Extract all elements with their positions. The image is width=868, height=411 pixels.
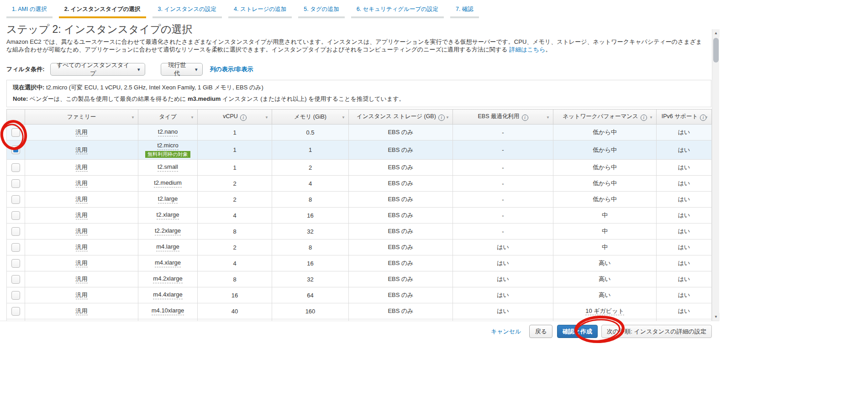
family-link[interactable]: 汎用 — [76, 244, 88, 251]
family-link[interactable]: 汎用 — [76, 196, 88, 203]
wizard-step-tab[interactable]: 3. インスタンスの設定 — [153, 3, 222, 18]
row-checkbox[interactable] — [11, 275, 20, 284]
review-and-launch-button[interactable]: 確認と作成 — [557, 325, 598, 338]
row-checkbox[interactable] — [11, 291, 20, 300]
family-link[interactable]: 汎用 — [76, 180, 88, 187]
type-link[interactable]: m4.10xlarge — [152, 307, 184, 315]
row-checkbox[interactable] — [11, 179, 20, 188]
wizard-step-tab[interactable]: 2. インスタンスタイプの選択 — [59, 3, 146, 18]
network-performance-link[interactable]: 10 ギガビット — [585, 307, 624, 315]
type-wrap: t2.large — [139, 195, 197, 203]
row-checkbox[interactable] — [11, 259, 20, 268]
family-column-header[interactable]: ファミリー▼ — [25, 109, 138, 125]
ipv6-support-column-header[interactable]: IPv6 サポートi▼ — [657, 109, 712, 125]
instance-type-row[interactable]: 汎用t2.nano10.5EBS のみ-低から中はい — [7, 125, 712, 140]
ebs-optimized-column-header[interactable]: EBS 最適化利用i▼ — [453, 109, 553, 125]
vcpu-column-header[interactable]: vCPUi▼ — [198, 109, 272, 125]
ebs-optimized-cell: - — [453, 208, 553, 224]
row-checkbox[interactable] — [11, 211, 20, 220]
family-cell: 汎用 — [25, 239, 138, 255]
current-selection-line: 現在選択中: t2.micro (可変 ECU, 1 vCPU, 2.5 GHz… — [13, 83, 705, 92]
instance-type-row[interactable]: 汎用m4.large28EBS のみはい中はい — [7, 239, 712, 255]
family-link[interactable]: 汎用 — [76, 260, 88, 267]
family-link[interactable]: 汎用 — [76, 146, 88, 154]
type-link[interactable]: m4.xlarge — [155, 259, 181, 267]
sort-caret-icon: ▼ — [546, 115, 550, 120]
type-link[interactable]: t2.micro — [157, 142, 178, 150]
checkbox-cell — [7, 271, 25, 287]
type-link[interactable]: t2.large — [158, 195, 178, 203]
family-link[interactable]: 汎用 — [76, 276, 88, 283]
info-icon[interactable]: i — [240, 114, 247, 121]
chevron-down-icon: ▾ — [195, 67, 198, 73]
instance-type-row[interactable]: 汎用m4.10xlarge40160EBS のみはい10 ギガビットはい — [7, 303, 712, 319]
info-icon[interactable]: i — [522, 114, 528, 121]
type-link[interactable]: m4.large — [156, 243, 179, 251]
memory-cell: 16 — [272, 255, 349, 271]
family-link[interactable]: 汎用 — [76, 291, 88, 299]
instance-type-row[interactable]: 汎用t2.small12EBS のみ-低から中はい — [7, 160, 712, 176]
type-column-header[interactable]: タイプ▼ — [138, 109, 198, 125]
type-wrap: m4.4xlarge — [139, 291, 197, 299]
cancel-link[interactable]: キャンセル — [491, 328, 521, 336]
type-link[interactable]: m4.2xlarge — [153, 275, 182, 283]
instance-type-row[interactable]: 汎用t2.xlarge416EBS のみ-中はい — [7, 208, 712, 224]
info-icon[interactable]: i — [438, 114, 445, 121]
note-instance-type: m3.medium — [188, 95, 221, 102]
family-link[interactable]: 汎用 — [76, 307, 88, 315]
instance-type-row[interactable]: 汎用t2.2xlarge832EBS のみ-中はい — [7, 224, 712, 239]
scroll-down-button[interactable]: ▼ — [712, 313, 720, 321]
family-cell: 汎用 — [25, 140, 138, 160]
row-checkbox[interactable] — [11, 146, 20, 154]
row-checkbox[interactable] — [11, 128, 20, 137]
type-link[interactable]: m4.4xlarge — [153, 291, 182, 299]
scroll-up-button[interactable]: ▲ — [712, 29, 720, 37]
instance-type-row[interactable]: 汎用t2.large28EBS のみ-低から中はい — [7, 192, 712, 208]
back-button[interactable]: 戻る — [529, 325, 552, 338]
storage-column-header[interactable]: インスタンス ストレージ (GB)i▼ — [349, 109, 453, 125]
instance-type-row[interactable]: 汎用m4.2xlarge832EBS のみはい高いはい — [7, 271, 712, 287]
row-checkbox[interactable] — [11, 243, 20, 252]
ebs-optimized-cell: はい — [453, 271, 553, 287]
column-header-label: IPv6 サポート — [662, 113, 698, 120]
family-link[interactable]: 汎用 — [76, 212, 88, 219]
wizard-step-tab[interactable]: 5. タグの追加 — [298, 3, 344, 18]
wizard-step-tab[interactable]: 7. 確認 — [450, 3, 479, 18]
instance-type-filter-dropdown[interactable]: すべてのインスタンスタイプ ▾ — [50, 63, 145, 76]
memory-cell: 64 — [272, 287, 349, 303]
family-cell: 汎用 — [25, 303, 138, 319]
type-link[interactable]: t2.xlarge — [157, 211, 179, 219]
family-link[interactable]: 汎用 — [76, 228, 88, 235]
type-link[interactable]: t2.nano — [158, 128, 178, 136]
up-arrow-icon: ▲ — [714, 31, 718, 35]
generation-filter-dropdown[interactable]: 現行世代 ▾ — [161, 63, 203, 76]
wizard-step-tab[interactable]: 1. AMI の選択 — [6, 3, 53, 18]
row-checkbox[interactable] — [11, 307, 20, 316]
row-checkbox[interactable] — [11, 163, 20, 172]
network-performance-value: 低から中 — [593, 196, 617, 203]
wizard-step-tab[interactable]: 4. ストレージの追加 — [228, 3, 292, 18]
memory-column-header[interactable]: メモリ (GiB)▼ — [272, 109, 349, 125]
next-step-button[interactable]: 次の手順: インスタンスの詳細の設定 — [601, 325, 712, 338]
learn-more-link[interactable]: 詳細はこちら — [509, 46, 545, 53]
info-icon[interactable]: i — [641, 114, 647, 121]
scrollbar-thumb[interactable] — [713, 38, 719, 62]
vertical-scrollbar[interactable]: ▲ ▼ — [712, 29, 719, 321]
filter-bar: フィルタ条件: すべてのインスタンスタイプ ▾ 現行世代 ▾ 列の表示/非表示 — [6, 63, 868, 76]
instance-type-row[interactable]: 汎用t2.medium24EBS のみ-低から中はい — [7, 176, 712, 192]
instance-type-row[interactable]: 汎用t2.micro無料利用枠の対象11EBS のみ-低から中はい — [7, 140, 712, 160]
show-hide-columns-link[interactable]: 列の表示/非表示 — [210, 65, 253, 73]
network-performance-column-header[interactable]: ネットワークパフォーマンスi▼ — [553, 109, 657, 125]
instance-type-row[interactable]: 汎用m4.4xlarge1664EBS のみはい高いはい — [7, 287, 712, 303]
type-link[interactable]: t2.medium — [154, 179, 182, 187]
family-link[interactable]: 汎用 — [76, 129, 88, 136]
type-link[interactable]: t2.2xlarge — [155, 227, 181, 235]
family-link[interactable]: 汎用 — [76, 164, 88, 172]
type-link[interactable]: t2.small — [158, 163, 178, 172]
network-performance-cell: 低から中 — [553, 192, 657, 208]
ipv6-cell: はい — [657, 208, 712, 224]
wizard-step-tab[interactable]: 6. セキュリティグループの設定 — [351, 3, 444, 18]
instance-type-row[interactable]: 汎用m4.xlarge416EBS のみはい高いはい — [7, 255, 712, 271]
row-checkbox[interactable] — [11, 227, 20, 236]
row-checkbox[interactable] — [11, 195, 20, 204]
